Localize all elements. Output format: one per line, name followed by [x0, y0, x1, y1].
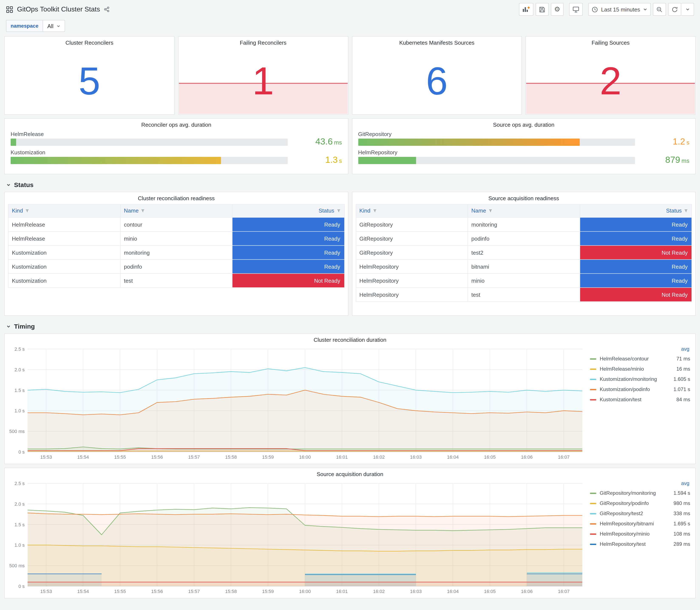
- legend-item[interactable]: HelmRelease/contour71 ms: [590, 354, 690, 364]
- table-cell: bitnami: [468, 259, 580, 274]
- legend-item[interactable]: GitRepository/podinfo980 ms: [590, 498, 690, 509]
- gauge-value: 879ms: [642, 149, 689, 164]
- refresh-interval-button[interactable]: [681, 3, 694, 16]
- legend-series-name: GitRepository/monitoring: [600, 490, 666, 496]
- column-header-kind[interactable]: Kind: [8, 204, 120, 218]
- bar-gauge-track: [358, 138, 635, 146]
- time-range-label: Last 15 minutes: [601, 6, 640, 13]
- gauge-label: Kustomization: [11, 149, 288, 155]
- panel-title[interactable]: Source ops avg. duration: [352, 118, 695, 130]
- legend-item[interactable]: HelmRepository/minio108 ms: [590, 529, 690, 539]
- svg-text:16:06: 16:06: [521, 454, 533, 460]
- table-row: KustomizationpodinfoReady: [8, 259, 344, 274]
- refresh-button[interactable]: [668, 3, 681, 16]
- table-cell: HelmRepository: [356, 259, 468, 274]
- gauge-value: 43.6ms: [294, 130, 342, 146]
- panel-title[interactable]: Failing Reconcilers: [179, 36, 348, 48]
- status-cell: Not Ready: [580, 245, 692, 259]
- time-picker-button[interactable]: Last 15 minutes: [588, 3, 651, 16]
- panel-title[interactable]: Cluster reconciliation readiness: [5, 192, 348, 203]
- legend-series-avg: 289 ms: [666, 541, 690, 547]
- gauge-label: HelmRepository: [358, 149, 635, 155]
- table-row: HelmReleasecontourReady: [8, 218, 344, 231]
- svg-text:16:07: 16:07: [558, 454, 570, 460]
- column-header-kind[interactable]: Kind: [356, 204, 468, 218]
- status-cell: Ready: [580, 259, 692, 274]
- zoom-out-time-button[interactable]: [653, 3, 666, 16]
- legend-item[interactable]: GitRepository/monitoring1.594 s: [590, 488, 690, 498]
- bar-gauge-track: [358, 157, 635, 164]
- chevron-down-icon: [6, 182, 11, 187]
- legend-series-avg: 1.695 s: [666, 521, 690, 527]
- status-badge: Ready: [580, 260, 691, 273]
- refresh-icon: [671, 6, 678, 13]
- share-icon[interactable]: [104, 6, 110, 12]
- legend-series-color: [590, 389, 596, 390]
- legend-item[interactable]: GitRepository/test2338 ms: [590, 509, 690, 519]
- namespace-dropdown[interactable]: All: [43, 20, 65, 32]
- bar-gauge-fill: [11, 138, 16, 146]
- table-cell: monitoring: [120, 245, 232, 259]
- filter-icon[interactable]: [684, 208, 688, 214]
- add-panel-button[interactable]: [519, 3, 533, 16]
- time-series-plot[interactable]: 15:5315:5415:5515:5615:5715:5815:5916:00…: [7, 479, 586, 596]
- panel-title[interactable]: Cluster Reconcilers: [5, 36, 174, 48]
- legend-series-color: [590, 368, 596, 370]
- filter-icon[interactable]: [488, 208, 492, 214]
- legend-series-name: Kustomization/monitoring: [600, 376, 666, 382]
- legend-item[interactable]: Kustomization/podinfo1.071 s: [590, 384, 690, 395]
- clock-icon: [592, 6, 598, 13]
- filter-icon[interactable]: [337, 208, 341, 214]
- stat-panel-kubernetes-manifests-sources: Kubernetes Manifests Sources 6: [352, 36, 522, 115]
- section-status[interactable]: Status: [4, 178, 696, 192]
- legend-series-name: HelmRelease/contour: [600, 356, 666, 362]
- stat-value: 5: [5, 61, 174, 100]
- column-header-status[interactable]: Status: [232, 204, 344, 218]
- svg-text:16:03: 16:03: [410, 589, 422, 594]
- panel-title[interactable]: Source acquisition readiness: [352, 192, 695, 203]
- panel-title[interactable]: Cluster reconciliation duration: [5, 334, 695, 345]
- status-cell: Ready: [580, 274, 692, 288]
- svg-text:500 ms: 500 ms: [9, 429, 25, 434]
- status-badge: Ready: [232, 246, 344, 259]
- legend-series-color: [590, 379, 596, 380]
- readiness-table: KindNameStatusGitRepositorymonitoringRea…: [356, 204, 692, 302]
- table-cell: GitRepository: [356, 245, 468, 259]
- filter-icon[interactable]: [373, 208, 377, 214]
- legend-item[interactable]: HelmRelease/minio16 ms: [590, 364, 690, 374]
- status-cell: Ready: [232, 259, 344, 274]
- legend-item[interactable]: HelmRepository/test289 ms: [590, 539, 690, 549]
- panel-title[interactable]: Reconciler ops avg. duration: [5, 118, 348, 130]
- bar-gauge-fill: [358, 157, 416, 164]
- legend-series-color: [590, 399, 596, 400]
- table-cell: contour: [120, 218, 232, 231]
- legend-item[interactable]: HelmRepository/bitnami1.695 s: [590, 519, 690, 529]
- apps-grid-icon[interactable]: [6, 6, 13, 13]
- status-badge: Ready: [232, 218, 344, 231]
- panel-title[interactable]: Failing Sources: [526, 36, 696, 48]
- svg-text:2.0 s: 2.0 s: [14, 501, 25, 507]
- legend-series-name: GitRepository/test2: [600, 511, 666, 516]
- legend-item[interactable]: Kustomization/test84 ms: [590, 395, 690, 405]
- column-header-status[interactable]: Status: [580, 204, 692, 218]
- svg-text:16:06: 16:06: [521, 589, 533, 594]
- stat-panel-failing-sources: Failing Sources 2: [525, 36, 696, 115]
- svg-text:15:54: 15:54: [77, 454, 89, 460]
- filter-icon[interactable]: [141, 208, 145, 214]
- panel-title[interactable]: Source acquisition duration: [5, 468, 695, 479]
- column-header-name[interactable]: Name: [120, 204, 232, 218]
- save-dashboard-button[interactable]: [536, 3, 549, 16]
- cycle-view-mode-button[interactable]: [569, 3, 583, 16]
- legend-item[interactable]: Kustomization/monitoring1.605 s: [590, 374, 690, 384]
- column-header-name[interactable]: Name: [468, 204, 580, 218]
- filter-icon[interactable]: [25, 208, 29, 214]
- legend-series-avg: 1.605 s: [666, 376, 690, 382]
- legend-series-avg: 1.071 s: [666, 386, 690, 392]
- time-series-plot[interactable]: 15:5315:5415:5515:5615:5715:5815:5916:00…: [7, 345, 586, 462]
- gear-icon: ⚙: [554, 6, 560, 13]
- bar-gauge-track: [11, 138, 288, 146]
- section-timing[interactable]: Timing: [4, 319, 696, 333]
- dashboard-settings-button[interactable]: ⚙: [551, 3, 564, 16]
- panel-title[interactable]: Kubernetes Manifests Sources: [352, 36, 522, 48]
- table-cell: podinfo: [468, 231, 580, 245]
